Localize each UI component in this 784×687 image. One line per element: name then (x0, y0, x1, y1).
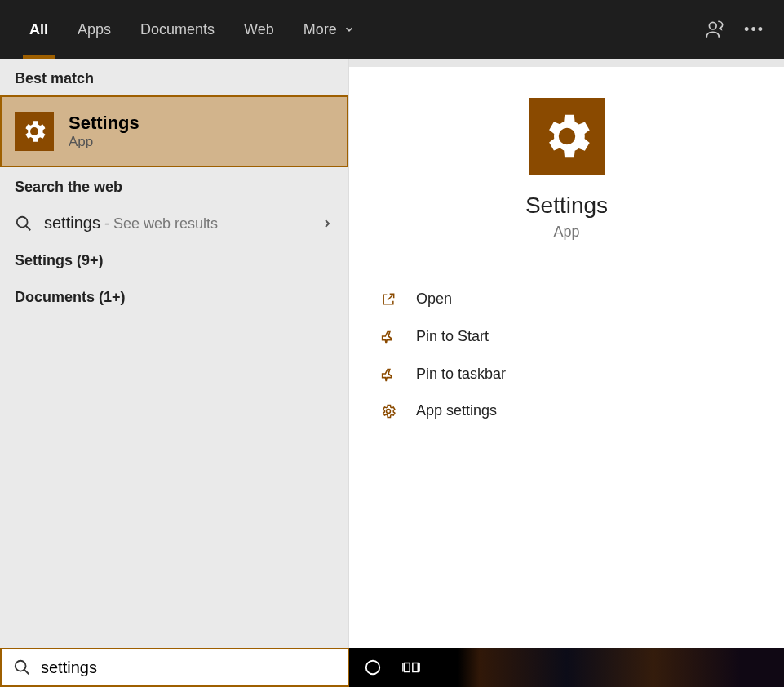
best-match-title: Settings (69, 113, 140, 134)
pin-icon (379, 327, 398, 345)
best-match-text: Settings App (69, 113, 140, 150)
open-icon (379, 291, 398, 308)
search-icon (13, 658, 31, 676)
search-box[interactable] (0, 648, 349, 687)
gear-icon (529, 98, 605, 175)
task-view-icon[interactable] (401, 658, 421, 676)
action-app-settings[interactable]: App settings (379, 392, 755, 429)
more-options-icon[interactable]: ••• (744, 21, 764, 38)
action-label: App settings (416, 402, 497, 419)
details-sub: App (553, 224, 579, 241)
header-actions: ••• (705, 19, 769, 40)
main-content: Best match Settings App Search the web s… (0, 59, 784, 648)
svg-point-1 (17, 216, 28, 227)
results-panel: Best match Settings App Search the web s… (0, 59, 349, 648)
search-icon (15, 215, 33, 233)
svg-point-2 (387, 409, 391, 413)
details-panel: Settings App Open Pin to Start Pin to (349, 67, 784, 648)
tab-apps[interactable]: Apps (63, 0, 126, 59)
action-label: Pin to taskbar (416, 366, 506, 383)
action-label: Open (416, 290, 452, 308)
pin-icon (379, 365, 398, 383)
category-settings[interactable]: Settings (9+) (0, 242, 348, 279)
search-header: All Apps Documents Web More ••• (0, 0, 784, 59)
web-hint: - See web results (100, 215, 218, 232)
category-documents[interactable]: Documents (1+) (0, 279, 348, 316)
web-result-text: settings - See web results (44, 214, 218, 233)
tab-documents[interactable]: Documents (126, 0, 229, 59)
svg-rect-5 (405, 663, 410, 672)
chevron-down-icon (343, 24, 355, 35)
tab-all[interactable]: All (15, 0, 63, 59)
tab-web[interactable]: Web (229, 0, 289, 59)
details-hero: Settings App (365, 67, 768, 264)
taskbar (0, 648, 784, 687)
best-match-label: Best match (0, 59, 348, 95)
svg-rect-6 (413, 663, 418, 672)
web-query: settings (44, 214, 100, 232)
gear-icon (15, 112, 54, 151)
svg-point-3 (16, 661, 26, 671)
filter-tabs: All Apps Documents Web More (15, 0, 370, 59)
gear-icon (379, 403, 398, 419)
taskbar-apps (349, 648, 784, 687)
action-pin-start[interactable]: Pin to Start (379, 317, 755, 355)
chevron-right-icon (321, 217, 334, 230)
svg-point-4 (366, 661, 380, 675)
best-match-item[interactable]: Settings App (0, 95, 348, 167)
web-result-row[interactable]: settings - See web results (0, 204, 348, 242)
tab-more-label: More (303, 21, 337, 38)
cortana-icon[interactable] (364, 658, 382, 676)
svg-point-0 (710, 22, 717, 29)
details-title: Settings (525, 193, 608, 219)
search-input[interactable] (41, 658, 336, 677)
tab-more[interactable]: More (289, 0, 370, 59)
action-pin-taskbar[interactable]: Pin to taskbar (379, 355, 755, 392)
action-list: Open Pin to Start Pin to taskbar App set… (349, 264, 784, 445)
search-web-label: Search the web (0, 167, 348, 204)
action-open[interactable]: Open (379, 281, 755, 317)
feedback-icon[interactable] (705, 19, 726, 40)
action-label: Pin to Start (416, 328, 489, 345)
best-match-sub: App (69, 134, 140, 150)
